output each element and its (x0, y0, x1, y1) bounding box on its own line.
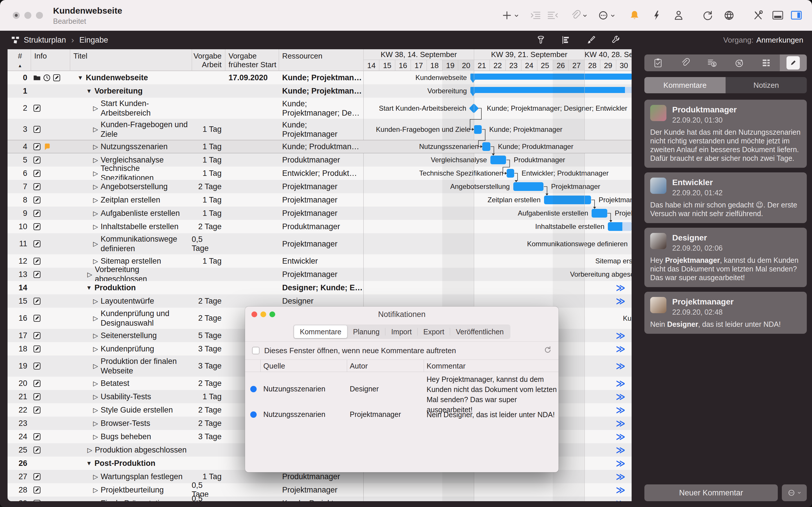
disclosure-closed-icon[interactable]: ▷ (93, 125, 98, 134)
overflow-chevron-icon[interactable]: ≫ (616, 443, 625, 457)
disclosure-closed-icon[interactable]: ▷ (93, 182, 98, 191)
gantt-row[interactable]: ≫ (363, 497, 631, 501)
disclosure-closed-icon[interactable]: ▷ (93, 155, 98, 165)
disclosure-closed-icon[interactable]: ▷ (93, 222, 98, 231)
gantt-task-bar[interactable] (507, 169, 514, 178)
table-row[interactable]: 7▷Angebotserstellung2 TageProjektmanager… (7, 180, 631, 193)
table-row[interactable]: 1▼VorbereitungKunde; Projektman…Vorberei… (7, 84, 631, 98)
gantt-row[interactable]: Kommunikationswege definieren (363, 233, 631, 255)
task-title-cell[interactable]: ▷Wartungsplan festlegen (70, 470, 193, 483)
table-row[interactable]: 13▷Vorbereitung abgeschlossenProjektmana… (7, 268, 631, 281)
task-title-cell[interactable]: ▷Zeitplan erstellen (70, 193, 193, 207)
row-info-icons[interactable] (33, 457, 69, 470)
column-header-ressourcen[interactable]: Ressourcen (282, 52, 322, 60)
row-info-icons[interactable] (33, 497, 69, 501)
overflow-chevron-icon[interactable]: ≫ (616, 457, 625, 470)
task-title-cell[interactable]: ▷Nutzungsszenarien (70, 140, 193, 153)
disclosure-closed-icon[interactable]: ▷ (93, 314, 98, 323)
gantt-task-bar[interactable] (592, 209, 607, 218)
disclosure-closed-icon[interactable]: ▷ (93, 169, 98, 178)
disclosure-closed-icon[interactable]: ▷ (93, 432, 98, 442)
notif-tab-import[interactable]: Import (386, 325, 418, 338)
row-info-icons[interactable] (33, 207, 69, 220)
task-title-cell[interactable]: ▷Aufgabenliste erstellen (70, 207, 193, 220)
new-comment-button[interactable]: Neuer Kommentar (644, 485, 778, 501)
notif-column-header[interactable]: Quelle (263, 360, 285, 372)
gantt-row[interactable]: Vorbereitung (363, 84, 631, 98)
indent-button[interactable] (529, 10, 541, 21)
overflow-chevron-icon[interactable]: ≫ (616, 377, 625, 390)
overflow-chevron-icon[interactable]: ≫ (616, 497, 625, 501)
gantt-task-bar[interactable] (491, 156, 506, 164)
inspector-tab-link[interactable] (671, 54, 698, 71)
overflow-chevron-icon[interactable]: ≫ (616, 390, 625, 403)
style-button[interactable] (586, 35, 596, 45)
disclosure-closed-icon[interactable]: ▷ (93, 361, 98, 371)
gantt-task-bar[interactable] (474, 125, 482, 134)
tab-kommentare[interactable]: Kommentare (644, 77, 725, 93)
refresh-button[interactable] (544, 346, 552, 356)
task-title-cell[interactable]: ▷Kunden-Fragebogen und Ziele (70, 119, 193, 140)
gantt-row[interactable]: ≫ (363, 281, 631, 294)
overflow-chevron-icon[interactable]: ≫ (616, 329, 625, 342)
task-title-cell[interactable]: ▼Kundenwebseite (70, 71, 193, 84)
row-info-icons[interactable] (33, 233, 69, 255)
row-info-icons[interactable] (33, 390, 69, 403)
more-actions-button[interactable] (597, 10, 616, 21)
inspector-tab-progress[interactable] (725, 54, 753, 71)
overflow-chevron-icon[interactable]: ≫ (616, 470, 625, 483)
overflow-chevron-icon[interactable]: ≫ (616, 281, 625, 294)
overflow-chevron-icon[interactable]: ≫ (616, 403, 625, 416)
table-row[interactable]: 0▼Kundenwebseite17.09.2020Kunde; Projekt… (7, 71, 631, 84)
overflow-chevron-icon[interactable]: ≫ (616, 294, 625, 308)
task-title-cell[interactable]: ▼Post-Produktion (70, 457, 193, 470)
disclosure-closed-icon[interactable]: ▷ (93, 405, 98, 415)
column-header-num[interactable]: #▲ (16, 52, 24, 70)
task-title-cell[interactable]: ▼Vorbereitung (70, 84, 193, 98)
settings-button[interactable] (752, 10, 764, 21)
disclosure-closed-icon[interactable]: ▷ (93, 499, 98, 502)
gantt-row[interactable]: Vorbereitung abgeschlossen (363, 268, 631, 281)
row-info-icons[interactable] (33, 119, 69, 140)
task-title-cell[interactable]: ▷Kundenprüfung und Designauswahl (70, 308, 193, 329)
row-info-icons[interactable] (33, 71, 69, 84)
disclosure-closed-icon[interactable]: ▷ (93, 392, 98, 402)
table-row[interactable]: 4▷Nutzungsszenarien1 TagKunde; Produktma… (7, 140, 631, 153)
notif-column-header[interactable]: Autor (350, 360, 368, 372)
close-button[interactable] (13, 12, 20, 19)
disclosure-closed-icon[interactable]: ▷ (93, 103, 98, 113)
minimize-button[interactable] (260, 312, 266, 317)
row-info-icons[interactable] (33, 281, 69, 294)
task-title-cell[interactable]: ▷Style Guide erstellen (70, 403, 193, 416)
task-title-cell[interactable]: ▷Projektbeurteilung (70, 483, 193, 497)
comment-card[interactable]: Entwickler22.09.20, 01:42Das habe ich mi… (644, 172, 807, 223)
disclosure-open-icon[interactable]: ▼ (86, 86, 92, 96)
notif-column-header[interactable]: Kommentar (426, 360, 465, 372)
gantt-row[interactable]: Inhaltstabelle erstellen (363, 220, 631, 233)
disclosure-closed-icon[interactable]: ▷ (93, 418, 98, 428)
inspector-tab-checklist[interactable] (644, 54, 671, 71)
overflow-chevron-icon[interactable]: ≫ (616, 430, 625, 443)
gantt-row[interactable]: Technische SpezifikationenEntwickler; Pr… (363, 167, 631, 180)
add-task-button[interactable] (501, 10, 520, 21)
attach-button[interactable] (569, 10, 588, 21)
row-info-icons[interactable] (33, 416, 69, 430)
row-info-icons[interactable] (33, 355, 69, 377)
notification-row[interactable]: NutzungsszenarienProjektmanagerNein Desi… (245, 406, 559, 423)
gantt-row[interactable]: AngebotserstellungProjektmanager (363, 180, 631, 193)
table-row[interactable]: 9▷Aufgabenliste erstellen1 TagProjektman… (7, 207, 631, 220)
overflow-chevron-icon[interactable]: ≫ (616, 483, 625, 497)
filter-button[interactable] (536, 35, 546, 45)
disclosure-closed-icon[interactable]: ▷ (93, 239, 98, 248)
comment-card[interactable]: Designer22.09.20, 02:06Hey Projektmanage… (644, 228, 807, 287)
disclosure-closed-icon[interactable]: ▷ (93, 379, 98, 388)
gantt-summary-bar[interactable] (470, 73, 631, 80)
disclosure-closed-icon[interactable]: ▷ (93, 331, 98, 340)
gantt-row[interactable]: NutzungsszenarienKunde; Produktmanager (363, 140, 631, 153)
gantt-row[interactable]: Zeitplan erstellenProjektmanager (363, 193, 631, 207)
disclosure-closed-icon[interactable]: ▷ (93, 195, 98, 205)
publish-button[interactable] (723, 10, 735, 21)
column-header-titel[interactable]: Titel (73, 52, 87, 60)
inspector-tab-cost[interactable] (699, 54, 725, 71)
disclosure-open-icon[interactable]: ▼ (86, 459, 92, 468)
